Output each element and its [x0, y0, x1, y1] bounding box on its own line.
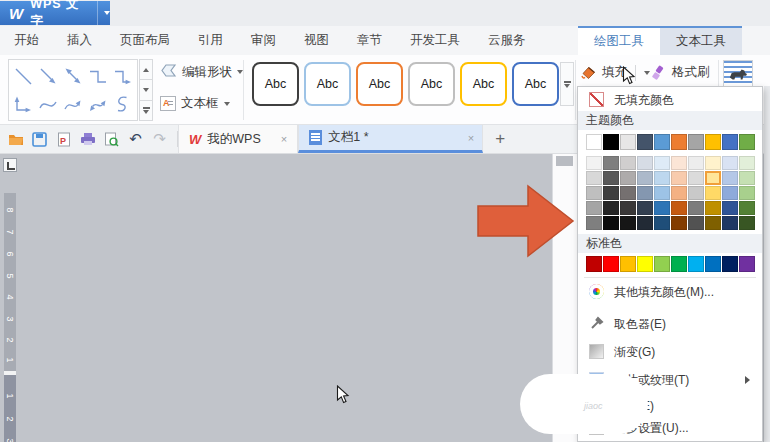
theme-variant-swatch[interactable] [722, 171, 738, 185]
theme-color-swatch[interactable] [722, 134, 738, 150]
theme-variant-swatch[interactable] [739, 156, 755, 170]
theme-variant-swatch[interactable] [620, 171, 636, 185]
theme-variant-swatch[interactable] [688, 216, 704, 230]
menu-item-color-wheel[interactable]: 其他填充颜色(M)... [578, 281, 762, 305]
theme-variant-swatch[interactable] [586, 186, 602, 200]
theme-variant-swatch[interactable] [603, 171, 619, 185]
ribbon-tab-云服务[interactable]: 云服务 [474, 26, 540, 55]
theme-variant-swatch[interactable] [620, 186, 636, 200]
theme-variant-swatch[interactable] [620, 216, 636, 230]
theme-variant-swatch[interactable] [620, 156, 636, 170]
shape-curved-arrow-icon[interactable] [61, 90, 86, 118]
edit-shape-button[interactable]: 编辑形状 [160, 63, 243, 81]
wps-menu-caret[interactable] [97, 1, 110, 25]
shape-curved-double-arrow-icon[interactable] [85, 90, 110, 118]
theme-variant-swatch[interactable] [586, 171, 602, 185]
ribbon-tab-插入[interactable]: 插入 [53, 26, 106, 55]
standard-color-swatch[interactable] [620, 256, 636, 272]
gallery-scroll-down-button[interactable] [139, 80, 153, 100]
doc-tab-文档1 *[interactable]: 文档1 *× [298, 125, 483, 153]
close-icon[interactable]: × [468, 132, 474, 144]
theme-color-swatch[interactable] [654, 134, 670, 150]
close-icon[interactable]: × [281, 133, 287, 145]
standard-color-swatch[interactable] [705, 256, 721, 272]
theme-variant-swatch[interactable] [671, 186, 687, 200]
standard-color-swatch[interactable] [603, 256, 619, 272]
theme-variant-swatch[interactable] [654, 216, 670, 230]
gallery-expand-button[interactable] [139, 101, 153, 121]
ribbon-tab-绘图工具[interactable]: 绘图工具 [578, 26, 660, 55]
shape-curve-icon[interactable] [36, 90, 61, 118]
shape-diagonal-double-arrow-icon[interactable] [61, 62, 86, 90]
theme-variant-swatch[interactable] [722, 156, 738, 170]
theme-variant-swatch[interactable] [722, 186, 738, 200]
ribbon-tab-审阅[interactable]: 审阅 [237, 26, 290, 55]
theme-variant-swatch[interactable] [637, 156, 653, 170]
theme-variant-swatch[interactable] [705, 171, 721, 185]
menu-item-gradient[interactable]: 渐变(G) [578, 341, 762, 365]
theme-color-swatch[interactable] [705, 134, 721, 150]
standard-color-swatch[interactable] [722, 256, 738, 272]
style-gallery-expand-button[interactable] [560, 62, 574, 106]
shape-style-button-6[interactable]: Abc [512, 62, 559, 106]
print-preview-icon[interactable] [103, 131, 120, 148]
doc-tab-我的WPS[interactable]: W我的WPS× [178, 125, 298, 153]
theme-variant-swatch[interactable] [603, 216, 619, 230]
ribbon-tab-开发工具[interactable]: 开发工具 [396, 26, 474, 55]
shape-style-button-2[interactable]: Abc [304, 62, 351, 106]
theme-variant-swatch[interactable] [722, 216, 738, 230]
export-pdf-icon[interactable]: P [55, 131, 72, 148]
scrollbar-thumb[interactable] [556, 156, 573, 166]
theme-variant-swatch[interactable] [739, 186, 755, 200]
theme-variant-swatch[interactable] [705, 186, 721, 200]
theme-variant-swatch[interactable] [603, 201, 619, 215]
theme-variant-swatch[interactable] [722, 201, 738, 215]
theme-variant-swatch[interactable] [586, 201, 602, 215]
shape-elbow-connector-icon[interactable] [85, 62, 110, 90]
standard-color-swatch[interactable] [586, 256, 602, 272]
ribbon-tab-开始[interactable]: 开始 [0, 26, 53, 55]
theme-variant-swatch[interactable] [671, 156, 687, 170]
ribbon-tab-文本工具[interactable]: 文本工具 [660, 26, 742, 55]
theme-color-swatch[interactable] [586, 134, 602, 150]
theme-variant-swatch[interactable] [739, 171, 755, 185]
undo-icon[interactable]: ↶ [127, 131, 144, 148]
theme-variant-swatch[interactable] [688, 186, 704, 200]
standard-color-swatch[interactable] [671, 256, 687, 272]
theme-variant-swatch[interactable] [654, 171, 670, 185]
theme-color-swatch[interactable] [739, 134, 755, 150]
menu-item-no-fill[interactable]: 无填充颜色 [578, 89, 762, 111]
format-painter-button[interactable]: 格式刷 [650, 64, 710, 81]
print-icon[interactable] [79, 131, 96, 148]
shape-elbow-double-arrow-icon[interactable] [11, 90, 36, 118]
theme-variant-swatch[interactable] [688, 201, 704, 215]
theme-variant-swatch[interactable] [705, 156, 721, 170]
ribbon-tab-章节[interactable]: 章节 [343, 26, 396, 55]
textbox-button[interactable]: A 文本框 [160, 95, 230, 112]
shape-s-curve-icon[interactable] [110, 90, 135, 118]
standard-color-swatch[interactable] [654, 256, 670, 272]
theme-variant-swatch[interactable] [671, 171, 687, 185]
theme-color-swatch[interactable] [637, 134, 653, 150]
theme-color-swatch[interactable] [671, 134, 687, 150]
theme-variant-swatch[interactable] [739, 216, 755, 230]
theme-variant-swatch[interactable] [637, 171, 653, 185]
theme-color-swatch[interactable] [688, 134, 704, 150]
shape-diagonal-line-icon[interactable] [11, 62, 36, 90]
open-folder-icon[interactable] [7, 131, 24, 148]
shape-style-button-1[interactable]: Abc [252, 62, 299, 106]
theme-variant-swatch[interactable] [603, 186, 619, 200]
theme-variant-swatch[interactable] [620, 201, 636, 215]
ribbon-tab-页面布局[interactable]: 页面布局 [106, 26, 184, 55]
theme-variant-swatch[interactable] [739, 201, 755, 215]
save-icon[interactable] [31, 131, 48, 148]
theme-variant-swatch[interactable] [688, 156, 704, 170]
standard-color-swatch[interactable] [688, 256, 704, 272]
theme-variant-swatch[interactable] [671, 201, 687, 215]
menu-item-eyedropper[interactable]: 取色器(E) [578, 313, 762, 337]
fill-button[interactable]: 填充 [580, 64, 650, 81]
theme-variant-swatch[interactable] [688, 171, 704, 185]
theme-color-swatch[interactable] [603, 134, 619, 150]
text-wrap-button[interactable] [723, 60, 753, 87]
ribbon-tab-引用[interactable]: 引用 [184, 26, 237, 55]
